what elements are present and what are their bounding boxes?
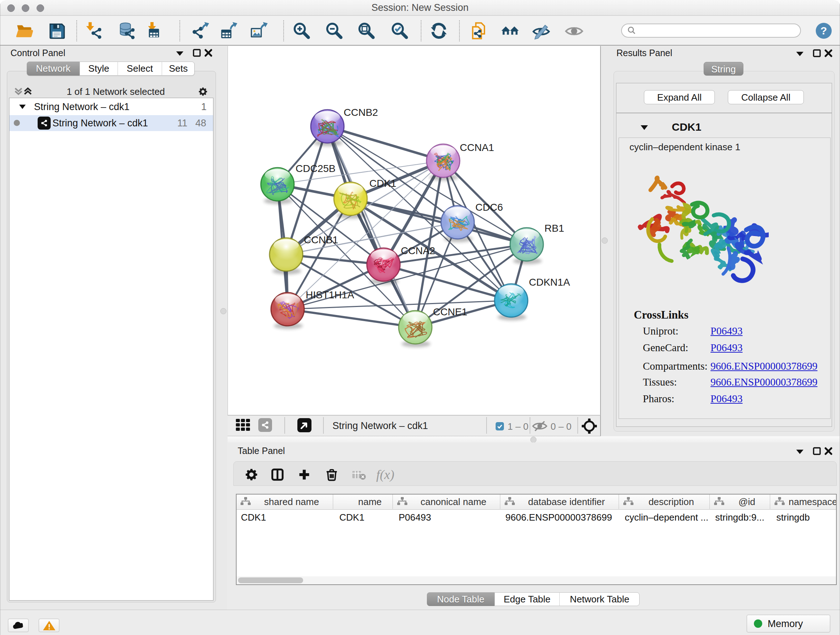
- svg-text:CCNB2: CCNB2: [344, 107, 378, 118]
- svg-text:CCNA2: CCNA2: [401, 245, 435, 256]
- svg-text:CCNE1: CCNE1: [433, 306, 467, 318]
- svg-text:CDK1: CDK1: [369, 178, 396, 189]
- svg-text:CDKN1A: CDKN1A: [529, 277, 570, 288]
- svg-text:HIST1H1A: HIST1H1A: [306, 289, 354, 301]
- svg-text:CDC25B: CDC25B: [295, 163, 335, 174]
- svg-text:RB1: RB1: [545, 223, 564, 234]
- svg-text:CCNB1: CCNB1: [304, 234, 338, 245]
- svg-text:CCNA1: CCNA1: [460, 142, 494, 153]
- svg-text:CDC6: CDC6: [475, 202, 503, 213]
